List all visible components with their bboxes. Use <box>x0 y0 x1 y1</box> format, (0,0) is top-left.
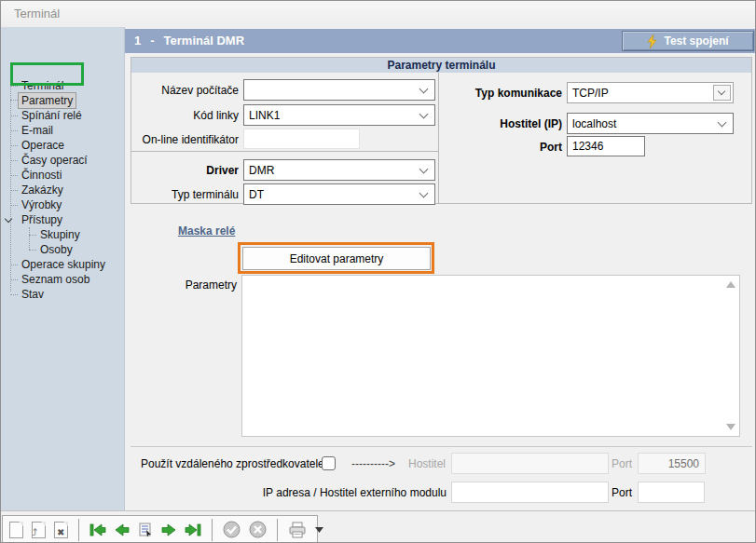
record-header-text: 1-Terminál DMR <box>134 29 244 53</box>
edit-parameters-button[interactable]: Editovat parametry <box>242 247 431 270</box>
toolbar-separator <box>212 519 213 541</box>
external-module-ip-input[interactable] <box>451 482 609 503</box>
window-titlebar: Terminál <box>1 1 755 27</box>
sidebar-item-operace[interactable]: Operace <box>1 138 125 153</box>
sidebar-item-email[interactable]: E-mail <box>1 123 125 138</box>
combo-dropdown-button[interactable] <box>713 85 731 101</box>
previous-record-icon[interactable] <box>115 521 130 539</box>
toolbar-separator <box>277 519 278 541</box>
chevron-down-icon <box>718 118 727 128</box>
sidebar-item-spinani-rele[interactable]: Spínání relé <box>1 108 125 123</box>
test-connection-label: Test spojení <box>664 34 728 48</box>
use-remote-mediator-checkbox[interactable] <box>322 456 336 470</box>
external-port-input[interactable] <box>638 482 705 503</box>
chevron-down-icon <box>419 85 429 94</box>
sidebar-item-seznam-osob[interactable]: Seznam osob <box>1 272 125 287</box>
line-code-combobox[interactable]: LINK1 <box>243 104 435 126</box>
driver-label: Driver <box>131 164 239 177</box>
terminal-type-combobox[interactable]: DT <box>243 183 435 205</box>
last-record-icon[interactable] <box>185 521 201 539</box>
application-window: Terminál Terminál Parametry Spínání relé… <box>0 0 756 543</box>
window-title: Terminál <box>14 7 60 20</box>
test-connection-button[interactable]: Test spojení <box>622 31 754 51</box>
remote-port-input: 15500 <box>638 453 706 474</box>
chevron-down-icon <box>419 189 429 198</box>
new-record-icon[interactable] <box>9 521 23 539</box>
scroll-down-icon[interactable] <box>726 424 735 430</box>
selected-tree-item[interactable]: Parametry <box>18 92 76 109</box>
parameters-label: Parametry <box>141 278 237 292</box>
record-toolbar: ⤴ ✖ <box>2 515 318 543</box>
chevron-down-icon <box>419 110 429 119</box>
use-remote-mediator-label: Použít vzdáleného zprostředkovatele <box>141 457 316 470</box>
next-record-icon[interactable] <box>161 521 176 539</box>
record-separator: - <box>150 34 154 48</box>
computer-name-label: Název počítače <box>131 84 239 97</box>
port-input[interactable]: 12346 <box>567 136 645 156</box>
driver-combobox[interactable]: DMR <box>243 159 435 181</box>
remote-host-label: Hostitel <box>374 457 446 470</box>
left-section-divider <box>131 151 438 152</box>
sidebar-item-stav[interactable]: Stav <box>1 287 125 302</box>
sidebar-item-skupiny[interactable]: Skupiny <box>1 227 125 242</box>
lightning-bolt-icon <box>647 34 657 48</box>
line-code-label: Kód linky <box>131 109 239 122</box>
port-label: Port <box>439 141 562 154</box>
sidebar-item-terminal[interactable]: Terminál <box>1 78 125 93</box>
online-identifier-label: On-line identifikátor <box>131 133 239 146</box>
scroll-up-icon[interactable] <box>726 281 735 288</box>
save-record-icon[interactable]: ⤴ <box>32 521 46 539</box>
print-menu-caret-icon[interactable] <box>315 521 323 539</box>
online-identifier-input[interactable] <box>243 129 360 149</box>
confirm-record-icon[interactable] <box>223 521 241 539</box>
sidebar-item-zakazky[interactable]: Zakázky <box>1 183 125 197</box>
first-record-icon[interactable] <box>89 521 106 539</box>
sidebar-item-cinnosti[interactable]: Činnosti <box>1 168 125 183</box>
toolbar-separator <box>78 519 79 541</box>
host-ip-label: Hostitel (IP) <box>439 117 562 130</box>
remote-port-label: Port <box>588 457 632 470</box>
cancel-record-icon[interactable] <box>249 521 267 539</box>
section-divider <box>131 446 752 447</box>
sidebar-item-parametry[interactable]: Parametry <box>1 92 125 107</box>
bottom-toolbar: ⤴ ✖ <box>1 510 755 542</box>
remote-host-input <box>451 453 609 474</box>
communication-type-label: Typ komunikace <box>439 87 562 100</box>
sidebar-item-pristupy[interactable]: Přístupy <box>1 212 125 227</box>
sidebar-tree: Terminál Parametry Spínání relé E-mail O… <box>1 27 125 510</box>
page-title: Terminál DMR <box>164 34 244 48</box>
sidebar-item-vyrobky[interactable]: Výrobky <box>1 197 125 212</box>
terminal-type-label: Typ terminálu <box>131 188 239 201</box>
record-number: 1 <box>134 34 141 48</box>
sidebar-item-osoby[interactable]: Osoby <box>1 242 125 257</box>
chevron-down-icon <box>718 88 725 95</box>
delete-record-icon[interactable]: ✖ <box>54 521 68 539</box>
computer-name-combobox[interactable] <box>243 79 435 101</box>
sidebar-item-casy-operaci[interactable]: Časy operací <box>1 153 125 168</box>
relay-mask-link[interactable]: Maska relé <box>178 224 235 238</box>
tree-expand-chevron-icon[interactable] <box>5 215 12 223</box>
sidebar-item-operace-skupiny[interactable]: Operace skupiny <box>1 257 125 272</box>
communication-type-combobox[interactable]: TCP/IP <box>567 82 734 103</box>
external-module-ip-label: IP adresa / Hostitel externího modulu <box>225 486 447 499</box>
external-port-label: Port <box>588 486 632 499</box>
parameters-textarea[interactable] <box>241 275 740 437</box>
chevron-down-icon <box>419 165 429 174</box>
print-icon[interactable] <box>288 521 307 539</box>
browse-records-icon[interactable] <box>138 521 153 539</box>
group-title: Parametry terminálu <box>131 58 751 73</box>
host-ip-combobox[interactable]: localhost <box>567 113 734 134</box>
